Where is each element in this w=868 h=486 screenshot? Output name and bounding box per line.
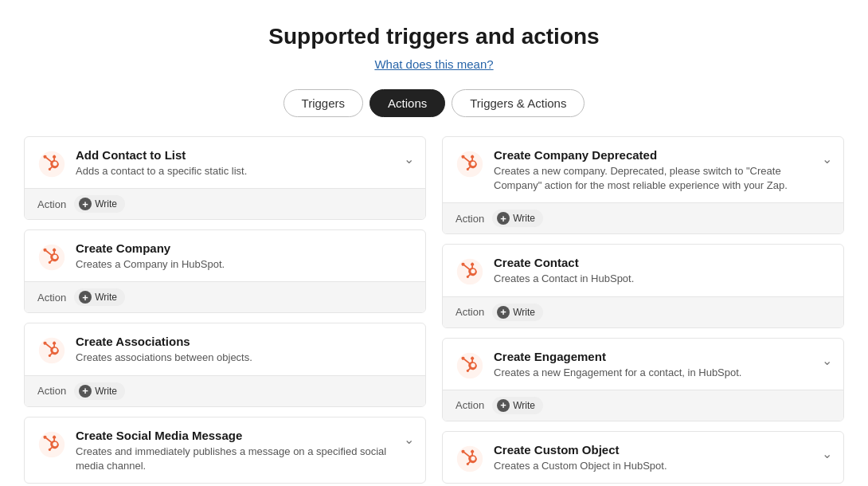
badge-add-contact: + Write [74, 195, 125, 213]
card-desc-custom-object: Creates a Custom Object in HubSpot. [494, 459, 831, 473]
card-title-deprecated: Create Company Deprecated [494, 148, 831, 162]
hubspot-icon [37, 430, 66, 459]
card-create-custom-object: Create Custom Object Creates a Custom Ob… [442, 431, 844, 484]
footer-label-create-contact: Action [456, 306, 484, 318]
card-desc-deprecated: Creates a new company. Deprecated, pleas… [494, 164, 831, 193]
card-desc-create-engagement: Creates a new Engagement for a contact, … [494, 366, 831, 380]
badge-plus-icon: + [79, 385, 92, 398]
footer-label-create-engagement: Action [456, 399, 484, 411]
badge-plus-icon: + [79, 198, 92, 210]
card-desc-create-associations: Creates associations between objects. [76, 351, 412, 365]
tab-bar: Triggers Actions Triggers & Actions [16, 89, 852, 117]
card-title-social-media: Create Social Media Message [76, 429, 412, 442]
card-title-custom-object: Create Custom Object [494, 443, 831, 457]
card-title-create-engagement: Create Engagement [494, 350, 831, 363]
footer-label-add-contact: Action [37, 198, 66, 210]
badge-plus-icon: + [497, 399, 510, 412]
footer-label-create-associations: Action [37, 385, 66, 397]
footer-label-create-company: Action [37, 292, 66, 304]
content-grid: Add Contact to List Adds a contact to a … [16, 136, 852, 486]
card-create-company: Create Company Creates a Company in HubS… [24, 229, 426, 313]
card-create-social-media: Create Social Media Message Creates and … [24, 417, 426, 484]
card-title-create-company: Create Company [76, 241, 412, 255]
hubspot-icon [37, 150, 66, 178]
hubspot-icon [37, 336, 66, 365]
chevron-engagement[interactable]: ⌄ [822, 353, 832, 368]
chevron-add-contact[interactable]: ⌄ [404, 151, 414, 167]
tab-triggers-actions[interactable]: Triggers & Actions [452, 89, 585, 117]
badge-plus-icon: + [497, 306, 510, 319]
card-title-create-contact: Create Contact [494, 256, 831, 269]
hubspot-icon [456, 150, 484, 178]
badge-create-associations: + Write [74, 382, 125, 400]
card-create-contact: Create Contact Creates a Contact in HubS… [442, 244, 844, 327]
chevron-custom-object[interactable]: ⌄ [822, 446, 832, 461]
card-desc-create-company: Creates a Company in HubSpot. [76, 257, 412, 272]
help-link-container: What does this mean? [16, 57, 852, 72]
page-title: Supported triggers and actions [16, 24, 852, 49]
hubspot-icon [37, 243, 66, 272]
left-column: Add Contact to List Adds a contact to a … [24, 136, 426, 486]
badge-plus-icon: + [79, 291, 92, 304]
card-create-associations: Create Associations Creates associations… [24, 323, 426, 406]
tab-actions[interactable]: Actions [369, 89, 445, 117]
card-desc-social-media: Creates and immediately publishes a mess… [76, 445, 412, 473]
chevron-deprecated[interactable]: ⌄ [822, 151, 832, 167]
chevron-social-media[interactable]: ⌄ [404, 432, 414, 447]
footer-label-deprecated: Action [456, 213, 484, 225]
tab-triggers[interactable]: Triggers [283, 89, 363, 117]
badge-deprecated: + Write [492, 210, 543, 227]
hubspot-icon [456, 445, 484, 473]
card-desc-create-contact: Creates a Contact in HubSpot. [494, 272, 831, 286]
badge-create-company: + Write [74, 288, 125, 306]
help-link[interactable]: What does this mean? [374, 57, 493, 71]
badge-plus-icon: + [497, 212, 510, 225]
card-create-engagement: Create Engagement Creates a new Engageme… [442, 338, 844, 421]
card-create-company-deprecated: Create Company Deprecated Creates a new … [442, 136, 844, 234]
card-title-create-associations: Create Associations [76, 335, 412, 348]
badge-create-engagement: + Write [492, 397, 543, 414]
card-add-contact-to-list: Add Contact to List Adds a contact to a … [24, 136, 426, 220]
badge-create-contact: + Write [492, 304, 543, 321]
card-desc-add-contact: Adds a contact to a specific static list… [76, 164, 412, 178]
card-title-add-contact: Add Contact to List [76, 148, 412, 162]
hubspot-icon [456, 257, 484, 286]
right-column: Create Company Deprecated Creates a new … [442, 136, 844, 486]
hubspot-icon [456, 351, 484, 380]
